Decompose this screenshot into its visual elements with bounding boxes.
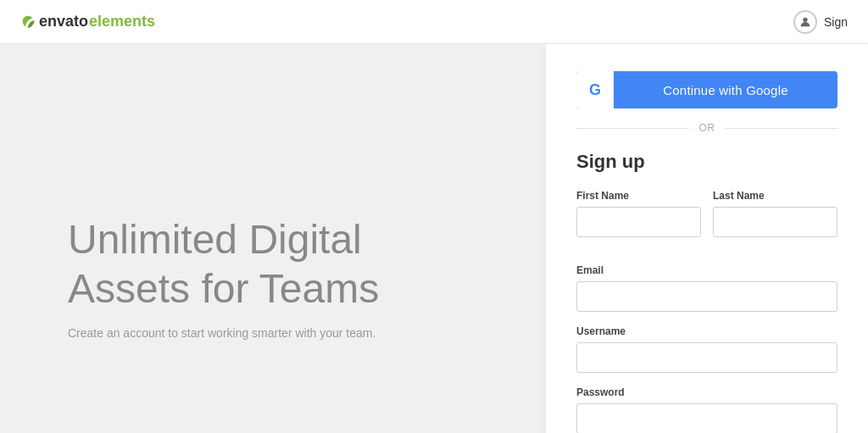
first-name-input[interactable] xyxy=(576,207,701,237)
user-icon xyxy=(793,10,817,34)
sign-in-text[interactable]: Sign xyxy=(824,15,848,29)
first-name-label: First Name xyxy=(576,190,701,202)
or-text: OR xyxy=(699,122,715,134)
last-name-label: Last Name xyxy=(713,190,837,202)
left-panel: Unlimited Digital Assets for Teams Creat… xyxy=(0,44,546,433)
google-icon-wrapper: G xyxy=(576,71,614,108)
hero-title: Unlimited Digital Assets for Teams xyxy=(68,215,407,313)
name-row: First Name Last Name xyxy=(576,190,837,251)
google-button-label: Continue with Google xyxy=(614,83,837,97)
leaf-icon xyxy=(20,14,36,30)
google-g-icon: G xyxy=(589,81,601,99)
main-content: Unlimited Digital Assets for Teams Creat… xyxy=(0,44,868,433)
logo-text: envatoelements xyxy=(39,13,155,31)
or-line-left xyxy=(576,128,689,129)
header-right: Sign xyxy=(793,10,848,34)
email-group: Email xyxy=(576,264,837,312)
username-label: Username xyxy=(576,325,837,337)
email-label: Email xyxy=(576,264,837,276)
last-name-group: Last Name xyxy=(713,190,837,237)
hero-subtitle: Create an account to start working smart… xyxy=(68,326,390,340)
header: envatoelements Sign xyxy=(0,0,868,44)
first-name-group: First Name xyxy=(576,190,701,237)
sign-up-card: G Continue with Google OR Sign up First … xyxy=(546,44,868,433)
logo-elements: elements xyxy=(89,13,155,31)
or-line-right xyxy=(726,128,838,129)
password-group: Password Use 8 or more characters with a… xyxy=(576,386,837,433)
logo: envatoelements xyxy=(20,13,155,31)
or-divider: OR xyxy=(576,122,837,134)
google-signin-button[interactable]: G Continue with Google xyxy=(576,71,837,108)
email-input[interactable] xyxy=(576,281,837,312)
username-input[interactable] xyxy=(576,342,837,373)
password-label: Password xyxy=(576,386,837,398)
svg-point-0 xyxy=(803,17,807,21)
sign-up-title: Sign up xyxy=(576,151,837,173)
username-group: Username xyxy=(576,325,837,373)
logo-envato: envato xyxy=(39,13,88,31)
password-input[interactable] xyxy=(576,403,837,433)
last-name-input[interactable] xyxy=(713,207,837,237)
